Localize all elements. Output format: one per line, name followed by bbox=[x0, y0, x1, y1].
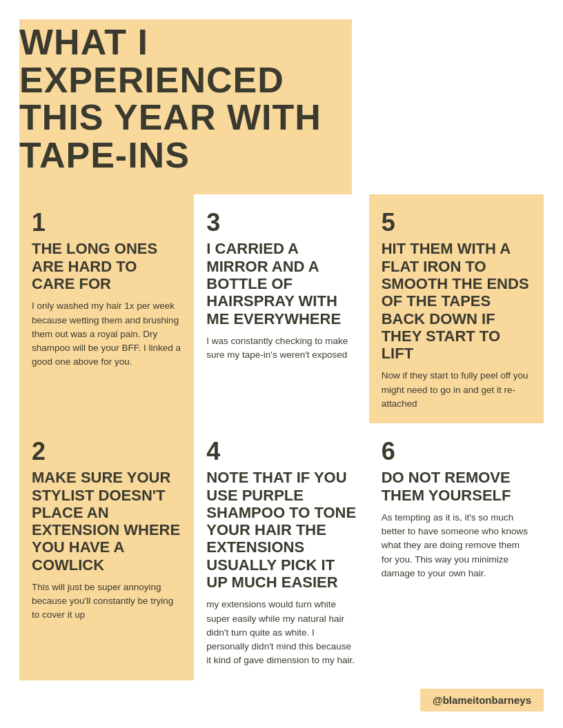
card-6: 6 DO NOT REMOVE THEM YOURSELF As temptin… bbox=[369, 423, 544, 680]
card-2-number: 2 bbox=[32, 437, 181, 466]
card-6-body: As tempting as it is, it's so much bette… bbox=[382, 511, 531, 580]
card-5-number: 5 bbox=[382, 208, 531, 237]
card-2-title: MAKE SURE YOUR STYLIST DOESN'T PLACE AN … bbox=[32, 469, 181, 574]
main-title: WHAT I EXPERIENCED THIS YEAR WITH TAPE-I… bbox=[19, 23, 344, 174]
card-1: 1 THE LONG ONES ARE HARD TO CARE FOR I o… bbox=[19, 194, 194, 423]
card-1-number: 1 bbox=[32, 208, 181, 237]
card-4-title: NOTE THAT IF YOU USE PURPLE SHAMPOO TO T… bbox=[206, 469, 356, 591]
page: WHAT I EXPERIENCED THIS YEAR WITH TAPE-I… bbox=[0, 0, 563, 728]
card-3-number: 3 bbox=[206, 208, 356, 237]
card-5: 5 HIT THEM WITH A FLAT IRON TO SMOOTH TH… bbox=[369, 194, 544, 423]
card-3-title: I CARRIED A MIRROR AND A BOTTLE OF HAIRS… bbox=[206, 240, 356, 327]
card-1-body: I only washed my hair 1x per week becaus… bbox=[32, 299, 181, 369]
card-3: 3 I CARRIED A MIRROR AND A BOTTLE OF HAI… bbox=[194, 194, 368, 423]
cards-grid: 1 THE LONG ONES ARE HARD TO CARE FOR I o… bbox=[19, 194, 544, 680]
card-5-title: HIT THEM WITH A FLAT IRON TO SMOOTH THE … bbox=[382, 240, 531, 362]
card-4-number: 4 bbox=[206, 437, 356, 466]
main-title-background: WHAT I EXPERIENCED THIS YEAR WITH TAPE-I… bbox=[19, 19, 352, 194]
card-2: 2 MAKE SURE YOUR STYLIST DOESN'T PLACE A… bbox=[19, 423, 194, 680]
card-5-body: Now if they start to fully peel off you … bbox=[382, 369, 531, 411]
card-1-title: THE LONG ONES ARE HARD TO CARE FOR bbox=[32, 240, 181, 292]
card-3-body: I was constantly checking to make sure m… bbox=[206, 334, 356, 363]
footer-handle: @blameitonbarneys bbox=[420, 689, 544, 711]
card-6-number: 6 bbox=[382, 437, 531, 466]
card-6-title: DO NOT REMOVE THEM YOURSELF bbox=[382, 469, 531, 504]
card-4: 4 NOTE THAT IF YOU USE PURPLE SHAMPOO TO… bbox=[194, 423, 368, 680]
card-4-body: my extensions would turn white super eas… bbox=[206, 598, 356, 667]
card-2-body: This will just be super annoying because… bbox=[32, 580, 181, 623]
